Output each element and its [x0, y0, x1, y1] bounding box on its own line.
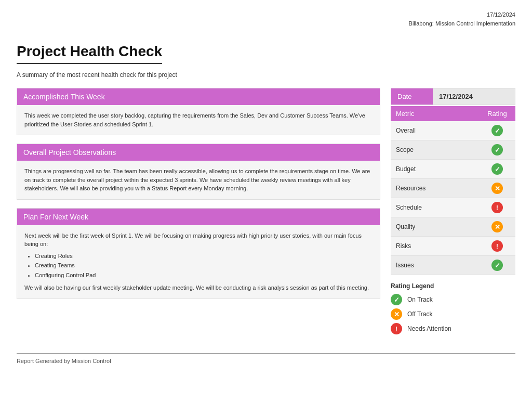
- metric-name: Schedule: [391, 198, 479, 217]
- metric-name: Resources: [391, 179, 479, 198]
- left-panel: Accomplished This Week This week we comp…: [17, 88, 380, 307]
- date-row: Date 17/12/2024: [391, 88, 515, 105]
- metric-rating: ✓: [479, 256, 515, 275]
- footer: Report Generated by Mission Control: [17, 353, 515, 364]
- accomplished-header: Accomplished This Week: [17, 88, 380, 105]
- observations-body: Things are progressing well so far. The …: [17, 161, 380, 199]
- legend-item-red: ! Needs Attention: [391, 323, 515, 334]
- needs-attention-icon: !: [491, 240, 503, 252]
- metric-row: Budget✓: [391, 160, 515, 179]
- plan-body: Next week will be the first week of Spri…: [17, 225, 380, 299]
- metric-rating: ✕: [479, 217, 515, 237]
- footer-text: Report Generated by Mission Control: [17, 358, 111, 364]
- accomplished-text: This week we completed the user story ba…: [24, 111, 373, 128]
- metrics-table: Metric Rating Overall✓Scope✓Budget✓Resou…: [391, 106, 515, 275]
- metric-row: Scope✓: [391, 140, 515, 160]
- legend-red-icon: !: [391, 323, 402, 334]
- main-content: Accomplished This Week This week we comp…: [17, 88, 515, 338]
- observations-text: Things are progressing well so far. The …: [24, 167, 373, 193]
- subtitle: A summary of the most recent health chec…: [17, 71, 515, 79]
- legend-red-label: Needs Attention: [407, 325, 451, 332]
- metric-name: Risks: [391, 237, 479, 256]
- plan-outro: We will also be having our first weekly …: [24, 283, 373, 292]
- header-info: 17/12/2024 Billabong: Mission Control Im…: [17, 10, 515, 28]
- legend-orange-label: Off Track: [407, 310, 432, 318]
- metric-row: Quality✕: [391, 217, 515, 237]
- date-value: 17/12/2024: [433, 88, 515, 105]
- metric-row: Schedule!: [391, 198, 515, 217]
- metric-row: Resources✕: [391, 179, 515, 198]
- on-track-icon: ✓: [491, 144, 503, 156]
- header-project: Billabong: Mission Control Implementatio…: [17, 19, 515, 28]
- on-track-icon: ✓: [491, 260, 503, 271]
- legend-item-green: ✓ On Track: [391, 294, 515, 305]
- metric-row: Overall✓: [391, 121, 515, 140]
- metric-rating: ✓: [479, 160, 515, 179]
- metric-col-header: Metric: [391, 106, 479, 121]
- metric-rating: !: [479, 237, 515, 256]
- legend-section: Rating Legend ✓ On Track ✕ Off Track ! N…: [391, 282, 515, 334]
- metric-rating: ✕: [479, 179, 515, 198]
- needs-attention-icon: !: [491, 202, 503, 213]
- metric-row: Issues✓: [391, 256, 515, 275]
- right-panel: Date 17/12/2024 Metric Rating Overall✓Sc…: [391, 88, 515, 338]
- metric-name: Issues: [391, 256, 479, 275]
- plan-list-item-1: Creating Roles: [35, 252, 373, 261]
- observations-header: Overall Project Observations: [17, 144, 380, 161]
- accomplished-body: This week we completed the user story ba…: [17, 105, 380, 135]
- metric-rating: ✓: [479, 121, 515, 140]
- metric-name: Budget: [391, 160, 479, 179]
- plan-intro: Next week will be the first week of Spri…: [24, 231, 373, 249]
- page-title: Project Health Check: [17, 43, 162, 64]
- legend-title: Rating Legend: [391, 282, 515, 290]
- plan-header: Plan For Next Week: [17, 209, 380, 225]
- observations-section: Overall Project Observations Things are …: [17, 144, 380, 200]
- legend-green-label: On Track: [407, 296, 433, 303]
- plan-list-item-3: Configuring Control Pad: [35, 271, 373, 280]
- legend-green-icon: ✓: [391, 294, 402, 305]
- accomplished-section: Accomplished This Week This week we comp…: [17, 88, 380, 135]
- metric-name: Quality: [391, 217, 479, 237]
- metric-rating: ✓: [479, 140, 515, 160]
- date-label: Date: [391, 88, 433, 105]
- on-track-icon: ✓: [491, 163, 503, 175]
- on-track-icon: ✓: [491, 125, 503, 136]
- metric-rating: !: [479, 198, 515, 217]
- off-track-icon: ✕: [491, 183, 503, 194]
- off-track-icon: ✕: [491, 221, 503, 232]
- legend-orange-icon: ✕: [391, 308, 402, 320]
- legend-item-orange: ✕ Off Track: [391, 308, 515, 320]
- plan-list: Creating Roles Creating Teams Configurin…: [24, 252, 373, 280]
- metric-row: Risks!: [391, 237, 515, 256]
- header-date: 17/12/2024: [17, 10, 515, 19]
- page: 17/12/2024 Billabong: Mission Control Im…: [17, 0, 515, 414]
- plan-list-item-2: Creating Teams: [35, 261, 373, 270]
- plan-section: Plan For Next Week Next week will be the…: [17, 208, 380, 299]
- rating-col-header: Rating: [479, 106, 515, 121]
- metric-name: Scope: [391, 140, 479, 160]
- metric-name: Overall: [391, 121, 479, 140]
